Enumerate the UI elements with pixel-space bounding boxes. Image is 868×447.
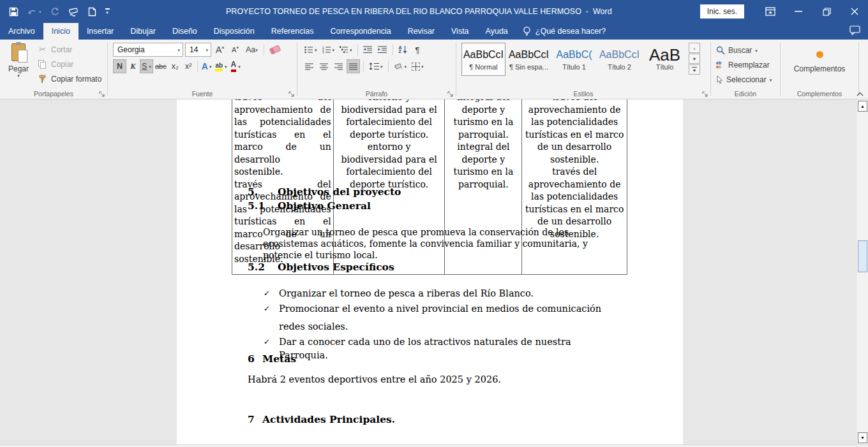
collapse-ribbon-icon[interactable] bbox=[857, 92, 864, 96]
group-label-parrafo: Párrafo bbox=[297, 90, 456, 98]
tab-insertar[interactable]: Insertar bbox=[79, 23, 122, 40]
font-color-button[interactable]: A▾ bbox=[229, 59, 243, 73]
fuente-dialog-launcher-icon[interactable] bbox=[288, 91, 295, 98]
status-bar-edge bbox=[0, 444, 868, 447]
scrollbar-thumb[interactable] bbox=[858, 240, 867, 272]
scroll-down-icon[interactable]: ▼ bbox=[858, 432, 867, 443]
ribbon-display-options-icon[interactable] bbox=[761, 0, 780, 23]
tab-dibujar[interactable]: Dibujar bbox=[122, 23, 164, 40]
vertical-scrollbar[interactable]: ▲ ▼ bbox=[856, 99, 868, 444]
group-label-fuente: Fuente bbox=[108, 90, 297, 98]
change-case-button[interactable]: Aa▾ bbox=[244, 43, 260, 57]
clear-formatting-button[interactable] bbox=[268, 43, 282, 57]
multilevel-list-button[interactable]: ▾ bbox=[338, 43, 354, 57]
tell-me-box[interactable]: ¿Qué desea hacer? bbox=[516, 23, 613, 40]
italic-button[interactable]: K bbox=[126, 59, 140, 73]
replace-button[interactable]: abac Reemplazar bbox=[716, 59, 780, 71]
paste-button[interactable]: Pegar ▾ bbox=[4, 42, 33, 89]
shrink-font-button[interactable]: A▾ bbox=[228, 43, 242, 57]
style-normal[interactable]: AaBbCcI ¶ Normal bbox=[461, 43, 505, 76]
align-center-button[interactable] bbox=[317, 59, 331, 73]
undo-button: ▾ bbox=[27, 4, 41, 19]
show-marks-button[interactable]: ¶ bbox=[411, 43, 424, 57]
title-bar: ▾ ▾ PROYECTO TORNEO DE PESCA EN RIBERA D… bbox=[0, 0, 868, 23]
decrease-indent-button[interactable] bbox=[361, 43, 375, 57]
increase-indent-button[interactable] bbox=[376, 43, 389, 57]
strikethrough-button[interactable]: abc bbox=[153, 59, 168, 73]
line-spacing-button[interactable]: ▾ bbox=[367, 59, 385, 73]
find-button[interactable]: Buscar ▾ bbox=[716, 44, 780, 57]
bullets-button[interactable]: ▾ bbox=[303, 43, 319, 57]
sort-button[interactable]: AZ bbox=[396, 43, 410, 57]
group-label-portapapeles: Portapapeles bbox=[0, 90, 107, 98]
titlebar-controls: Inic. ses. bbox=[700, 0, 868, 23]
grow-font-button[interactable]: A▴ bbox=[213, 43, 227, 57]
list-item: ✓ Organizar el torneo de pesca a riberas… bbox=[264, 287, 608, 300]
style-titulo-1[interactable]: AaBbC( Título 1 bbox=[552, 43, 596, 76]
minimize-button[interactable] bbox=[789, 0, 808, 23]
styles-scroll-up-icon[interactable]: ▲ bbox=[689, 43, 700, 53]
tab-ayuda[interactable]: Ayuda bbox=[477, 23, 516, 40]
heading-6: 6 Metas bbox=[248, 353, 296, 365]
align-right-button[interactable] bbox=[332, 59, 345, 73]
styles-scroll-down-icon[interactable]: ▼ bbox=[689, 54, 700, 64]
cursor-icon bbox=[716, 75, 723, 84]
subscript-button[interactable]: x₂ bbox=[168, 59, 182, 73]
replace-icon: abac bbox=[716, 61, 725, 69]
tab-disposicion[interactable]: Disposición bbox=[206, 23, 263, 40]
complementos-button[interactable]: Complementos bbox=[781, 51, 858, 73]
style-sin-espaciado[interactable]: AaBbCcI ¶ Sin espa... bbox=[507, 43, 551, 76]
shading-button[interactable]: ▾ bbox=[392, 59, 409, 73]
style-titulo[interactable]: AaB Título bbox=[643, 43, 687, 76]
checkmark-icon: ✓ bbox=[264, 287, 279, 300]
parrafo-dialog-launcher-icon[interactable] bbox=[447, 91, 454, 98]
document-area: través del aprovechamiento de las potenc… bbox=[0, 99, 868, 444]
tab-archivo[interactable]: Archivo bbox=[0, 23, 43, 40]
font-name-caret-icon: ▾ bbox=[177, 48, 183, 52]
align-left-button[interactable] bbox=[303, 59, 316, 73]
font-size-combobox[interactable]: 14 ▾ bbox=[185, 43, 211, 57]
portapapeles-dialog-launcher-icon[interactable] bbox=[99, 91, 105, 98]
select-button[interactable]: Seleccionar ▾ bbox=[716, 73, 780, 86]
bold-button[interactable]: N bbox=[113, 59, 126, 73]
tab-inicio[interactable]: Inicio bbox=[43, 23, 79, 40]
paste-caret-icon: ▾ bbox=[17, 73, 20, 78]
restore-button[interactable] bbox=[817, 0, 836, 23]
document-page[interactable]: través del aprovechamiento de las potenc… bbox=[177, 99, 683, 444]
group-edicion: Buscar ▾ abac Reemplazar Seleccionar ▾ E… bbox=[711, 40, 780, 99]
group-complementos: Complementos Complementos bbox=[781, 40, 858, 99]
text-effects-button[interactable]: A▾ bbox=[200, 59, 214, 73]
group-label-estilos: Estilos bbox=[456, 90, 710, 98]
style-titulo-2[interactable]: AaBbCcI Título 2 bbox=[597, 43, 641, 76]
scroll-up-icon[interactable]: ▲ bbox=[858, 101, 867, 112]
borders-button[interactable]: ▾ bbox=[410, 59, 426, 73]
clipped-line: integral del deporte y turismo en la par… bbox=[447, 99, 520, 141]
tab-diseno[interactable]: Diseño bbox=[164, 23, 206, 40]
text-highlight-button[interactable]: ab▾ bbox=[213, 59, 228, 73]
styles-more-icon[interactable]: ▼ bbox=[689, 64, 700, 75]
eraser-icon[interactable] bbox=[68, 4, 79, 19]
justify-button[interactable] bbox=[347, 59, 360, 73]
estilos-dialog-launcher-icon[interactable] bbox=[702, 91, 708, 98]
save-icon[interactable] bbox=[9, 4, 19, 19]
search-icon bbox=[716, 46, 725, 55]
group-portapapeles: Pegar ▾ ✂ Cortar Copiar Copiar formato bbox=[0, 40, 107, 99]
font-name-combobox[interactable]: Georgia ▾ bbox=[113, 43, 183, 57]
close-button[interactable] bbox=[845, 0, 864, 23]
feedback-icon[interactable] bbox=[849, 26, 860, 35]
paragraph-objetivo-general: Organizar un torneo de pesca que promuev… bbox=[263, 226, 604, 261]
select-caret-icon: ▾ bbox=[770, 78, 772, 82]
sign-in-button[interactable]: Inic. ses. bbox=[700, 4, 744, 18]
tab-correspondencia[interactable]: Correspondencia bbox=[322, 23, 399, 40]
customize-qat-icon[interactable]: ▾ bbox=[105, 4, 110, 19]
copy-button: Copiar bbox=[37, 58, 101, 70]
tab-vista[interactable]: Vista bbox=[443, 23, 477, 40]
tab-referencias[interactable]: Referencias bbox=[263, 23, 322, 40]
format-painter-button[interactable]: Copiar formato bbox=[37, 73, 101, 85]
new-document-icon[interactable] bbox=[88, 4, 96, 19]
underline-button[interactable]: S▾ bbox=[140, 59, 153, 73]
list-item: ✓ Dar a conocer cada uno de los atractiv… bbox=[264, 335, 608, 362]
numbering-button[interactable]: 123 ▾ bbox=[320, 43, 337, 57]
tab-revisar[interactable]: Revisar bbox=[400, 23, 443, 40]
superscript-button[interactable]: x² bbox=[182, 59, 195, 73]
